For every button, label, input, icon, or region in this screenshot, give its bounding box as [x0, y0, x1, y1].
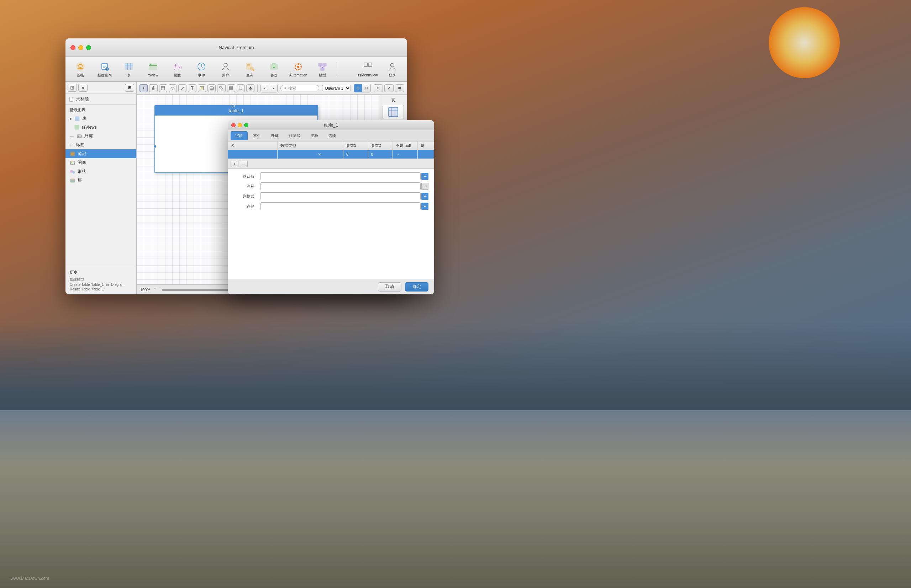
- search-icon: [284, 86, 287, 90]
- toolbar-automation[interactable]: Automation: [287, 59, 310, 80]
- toolbar-table[interactable]: 表: [117, 59, 140, 80]
- field-notnull-cell[interactable]: ✓: [393, 150, 418, 159]
- close-button[interactable]: [70, 45, 75, 50]
- view-toggle-left[interactable]: ⊞: [354, 84, 362, 92]
- toolbar-rsmenuview[interactable]: rsMenuView: [357, 59, 379, 80]
- insert-image-tool[interactable]: [207, 84, 216, 92]
- arrow-tool[interactable]: [139, 84, 148, 92]
- diagram-export-button[interactable]: ↗: [384, 84, 394, 92]
- insert-layer-tool[interactable]: [227, 84, 235, 92]
- remove-field-button[interactable]: -: [240, 161, 248, 167]
- tab-options[interactable]: 选项: [324, 131, 340, 140]
- svg-rect-74: [220, 86, 221, 88]
- field-datatype-cell[interactable]: [277, 150, 343, 159]
- dialog-field-toolbar: + -: [228, 159, 434, 169]
- resize-handle-left[interactable]: [153, 145, 156, 148]
- field-datatype-input[interactable]: [280, 152, 316, 157]
- insert-line-tool[interactable]: [178, 84, 186, 92]
- format-input[interactable]: [261, 192, 421, 200]
- insert-table-tool[interactable]: [159, 84, 167, 92]
- comment-input[interactable]: [261, 183, 421, 190]
- view-toggle: ⊞ ⊟: [354, 84, 371, 92]
- notnull-checkbox[interactable]: ✓: [396, 152, 401, 157]
- insert-text-tool[interactable]: T: [188, 84, 196, 92]
- dialog-minimize[interactable]: [238, 123, 242, 127]
- sidebar-item-note[interactable]: 笔记: [65, 149, 136, 158]
- field-name-input[interactable]: [230, 152, 274, 157]
- sidebar-item-table[interactable]: ▶ 表: [65, 114, 136, 123]
- ok-button[interactable]: 确定: [405, 282, 428, 291]
- export-tool[interactable]: [246, 84, 254, 92]
- format-dropdown-btn[interactable]: [421, 193, 428, 200]
- tab-fields[interactable]: 字段: [230, 131, 248, 140]
- toolbar-event[interactable]: 事件: [190, 59, 213, 80]
- dialog-close[interactable]: [231, 123, 235, 127]
- svg-rect-84: [389, 107, 398, 116]
- insert-note-tool[interactable]: [198, 84, 206, 92]
- minimize-button[interactable]: [78, 45, 83, 50]
- tab-fk[interactable]: 外键: [266, 131, 283, 140]
- storage-input[interactable]: [261, 202, 421, 210]
- sidebar-new-button[interactable]: [68, 84, 77, 92]
- field-param2-cell[interactable]: 0: [368, 150, 393, 159]
- diagram-tab-dropdown[interactable]: Diagram 1: [322, 85, 351, 91]
- datatype-dropdown-btn[interactable]: [317, 152, 323, 157]
- diagram-search-input[interactable]: [288, 86, 316, 90]
- field-param1-cell[interactable]: 0: [344, 150, 368, 159]
- sidebar-icon-button[interactable]: ⊞: [125, 84, 134, 92]
- toolbar-model[interactable]: 模型: [311, 59, 334, 80]
- resize-handle-top[interactable]: [232, 105, 235, 107]
- toolbar-query[interactable]: 查询: [238, 59, 261, 80]
- dialog-maximize[interactable]: [244, 123, 248, 127]
- sidebar-item-rsviews[interactable]: rsViews: [65, 123, 136, 131]
- toolbar-user[interactable]: 用户: [214, 59, 237, 80]
- view-toggle-right[interactable]: ⊟: [362, 84, 370, 92]
- model-icon: [317, 61, 328, 72]
- toolbar-login[interactable]: 登录: [381, 59, 404, 80]
- sidebar-item-shape[interactable]: 形状: [65, 167, 136, 176]
- default-value-input[interactable]: [261, 173, 421, 180]
- zoom-stepper[interactable]: ⌃: [153, 287, 156, 292]
- svg-rect-40: [368, 63, 372, 66]
- storage-dropdown-btn[interactable]: [421, 203, 428, 210]
- svg-rect-35: [323, 63, 326, 66]
- field-key-cell[interactable]: [417, 150, 434, 159]
- table-dialog: table_1 字段 索引 外键 触发器 注释 选项 名 数据类型 参数1 参数…: [228, 120, 434, 294]
- tab-comment[interactable]: 注释: [306, 131, 323, 140]
- crop-tool[interactable]: [237, 84, 245, 92]
- tab-trigger[interactable]: 触发器: [284, 131, 305, 140]
- field-name-cell[interactable]: [228, 150, 277, 159]
- toolbar-rsview[interactable]: rsView: [142, 59, 164, 80]
- insert-shape-tool[interactable]: [217, 84, 225, 92]
- sidebar-item-layer[interactable]: 层: [65, 176, 136, 185]
- sidebar-item-tag[interactable]: T 标签: [65, 141, 136, 149]
- new-query-label: 新建查询: [97, 73, 112, 78]
- diagram-share-button[interactable]: ⊕: [395, 84, 404, 92]
- toolbar-backup[interactable]: 备份: [263, 59, 285, 80]
- sidebar-item-fk[interactable]: — 外键: [65, 131, 136, 141]
- toolbar-func[interactable]: f (x) 函数: [166, 59, 189, 80]
- default-dropdown-btn[interactable]: [421, 173, 428, 180]
- insert-view-tool[interactable]: [169, 84, 177, 92]
- toolbar-new-query[interactable]: 新建查询: [93, 59, 116, 80]
- tab-index[interactable]: 索引: [248, 131, 266, 140]
- fk-item-icon-dash: —: [70, 134, 74, 138]
- diagram-3d-button[interactable]: ⊛: [374, 84, 383, 92]
- table-item-label: 表: [82, 116, 86, 121]
- diagram-forward[interactable]: ›: [269, 84, 277, 92]
- comment-expand-btn[interactable]: …: [421, 183, 428, 190]
- toolbar-connect[interactable]: 连接: [69, 59, 92, 80]
- diagram-back[interactable]: ‹: [261, 84, 269, 92]
- sidebar-delete-button[interactable]: [78, 84, 88, 92]
- maximize-button[interactable]: [86, 45, 91, 50]
- add-field-button[interactable]: +: [230, 161, 238, 167]
- note-item-label: 笔记: [78, 151, 86, 157]
- field-row-0[interactable]: 0 0 ✓: [228, 150, 434, 159]
- sidebar-item-image[interactable]: 图像: [65, 158, 136, 167]
- history-item-0: 创建模型: [70, 276, 132, 282]
- hand-tool[interactable]: [149, 84, 157, 92]
- cancel-button[interactable]: 取消: [378, 282, 401, 291]
- right-panel-table-item[interactable]: [383, 105, 404, 119]
- zoom-level: 100%: [140, 288, 150, 292]
- svg-rect-65: [161, 86, 165, 90]
